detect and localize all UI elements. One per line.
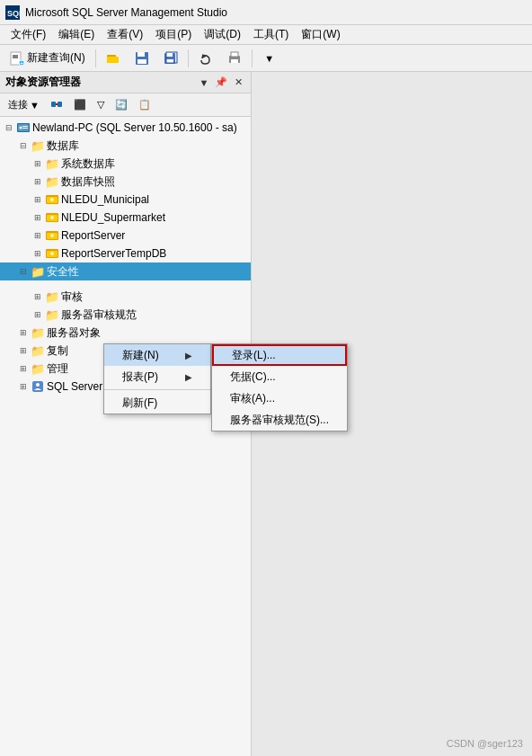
filter-icon: ▽ [97,99,104,111]
audit-label: 审核 [61,289,83,305]
menu-project[interactable]: 项目(P) [150,25,197,44]
svg-rect-20 [231,52,238,57]
menu-file[interactable]: 文件(F) [5,25,51,44]
context-menu-report-arrow: ▶ [185,372,192,382]
toolbar-undo-btn[interactable] [192,48,219,69]
svg-point-34 [50,216,54,219]
tree-nledu-municipal-node[interactable]: ⊞ NLEDU_Municipal [0,191,251,209]
security-expand-btn[interactable]: ⊟ [16,264,31,279]
tree-databases-node[interactable]: ⊟ 📁 数据库 [0,137,251,155]
reportserver-expand-btn[interactable]: ⊞ [31,228,45,243]
menu-bar: 文件(F) 编辑(E) 查看(V) 项目(P) 调试(D) 工具(T) 窗口(W… [0,25,532,45]
filter-button[interactable]: ▽ [93,96,109,114]
app-icon: SQL [5,5,20,20]
systemdb-expand-btn[interactable]: ⊞ [31,156,45,171]
expand-toolbar-icon: ▼ [262,51,277,66]
pin-button[interactable]: ▼ [197,76,211,90]
management-folder-icon: 📁 [31,361,45,376]
audit-expand-btn[interactable]: ⊞ [31,289,45,304]
submenu-server-audit-spec[interactable]: 服务器审核规范(S)... [212,409,347,431]
menu-view[interactable]: 查看(V) [102,25,148,44]
svg-point-31 [50,198,54,201]
security-folder-icon: 📁 [31,264,45,279]
submenu: 登录(L)... 凭据(C)... 审核(A)... 服务器审核规范(S)... [211,343,348,431]
connect-button[interactable]: 连接 ▼ [4,96,44,114]
server-audit-spec-label: 服务器审核规范 [61,307,137,323]
replication-label: 复制 [47,343,68,359]
context-menu-report[interactable]: 报表(P) ▶ [104,366,210,387]
reportserver-label: ReportServer [61,229,125,242]
tree-reportservertempdb-node[interactable]: ⊞ ReportServerTempDB [0,245,251,262]
databases-expand-btn[interactable]: ⊟ [16,138,31,153]
sql-agent-icon [31,379,45,394]
submenu-server-audit-spec-label: 服务器审核规范(S)... [230,413,329,428]
server-objects-expand-btn[interactable]: ⊞ [16,325,31,340]
tree-audit-node[interactable]: ⊞ 📁 审核 [0,288,251,306]
panel-toolbar: 连接 ▼ ⬛ ▽ 🔄 📋 [0,93,251,117]
server-expand-btn[interactable]: ⊟ [2,120,16,135]
context-menu: 新建(N) ▶ 报表(P) ▶ 刷新(F) [103,343,211,414]
disconnect-icon [50,98,63,112]
close-panel-button[interactable]: ✕ [231,76,245,90]
svg-rect-15 [166,59,173,63]
toolbar-print-btn[interactable] [221,48,248,69]
stop-button[interactable]: ⬛ [69,96,91,114]
reportservertempdb-icon [45,246,59,261]
new-query-button[interactable]: + 新建查询(N) [4,48,92,69]
server-icon [16,120,31,135]
tree-server-objects-node[interactable]: ⊞ 📁 服务器对象 [0,324,251,342]
context-menu-new-label: 新建(N) [122,348,159,363]
tree-nledu-supermarket-node[interactable]: ⊞ NLEDU_Supermarket [0,209,251,227]
tree-system-db-node[interactable]: ⊞ 📁 系统数据库 [0,155,251,173]
menu-tools[interactable]: 工具(T) [248,25,294,44]
security-label: 安全性 [47,264,79,280]
reportserver-icon [45,228,59,243]
title-bar: SQL Microsoft SQL Server Management Stud… [0,0,532,25]
submenu-audit[interactable]: 审核(A)... [212,387,347,409]
tree-reportserver-node[interactable]: ⊞ ReportServer [0,227,251,245]
submenu-login[interactable]: 登录(L)... [212,344,347,366]
management-expand-btn[interactable]: ⊞ [16,361,31,376]
server-audit-spec-expand-btn[interactable]: ⊞ [31,307,45,322]
undo-icon [199,51,213,66]
toolbar-save-btn[interactable] [129,48,155,69]
menu-debug[interactable]: 调试(D) [199,25,246,44]
reportservertempdb-label: ReportServerTempDB [61,247,166,260]
save-icon [135,51,149,66]
summary-button[interactable]: 📋 [134,96,155,114]
nledu-municipal-expand-btn[interactable]: ⊞ [31,192,45,207]
panel-title: 对象资源管理器 [5,75,81,90]
nledu-supermarket-expand-btn[interactable]: ⊞ [31,210,45,225]
toolbar-open-btn[interactable] [100,48,127,69]
reportservertempdb-expand-btn[interactable]: ⊞ [31,246,45,261]
context-menu-new[interactable]: 新建(N) ▶ [104,344,210,366]
svg-point-26 [20,127,22,129]
pin-icon[interactable]: 📌 [214,76,228,90]
replication-folder-icon: 📁 [31,343,45,358]
server-objects-folder-icon: 📁 [31,325,45,340]
submenu-credential[interactable]: 凭据(C)... [212,366,347,387]
replication-expand-btn[interactable]: ⊞ [16,343,31,358]
menu-window[interactable]: 窗口(W) [296,25,345,44]
context-menu-refresh[interactable]: 刷新(F) [104,392,210,414]
snapshot-expand-btn[interactable]: ⊞ [31,174,45,189]
tree-snapshot-node[interactable]: ⊞ 📁 数据库快照 [0,173,251,191]
disconnect-button[interactable] [46,96,67,114]
print-icon [227,51,242,66]
context-menu-report-label: 报表(P) [122,369,158,385]
connect-label: 连接 [8,98,28,111]
svg-point-40 [50,252,54,255]
systemdb-label: 系统数据库 [61,156,115,172]
submenu-audit-label: 审核(A)... [230,391,275,406]
tree-server-node[interactable]: ⊟ Newland-PC (SQL Server 10.50.1600 - sa… [0,119,251,137]
new-query-icon: + [10,51,24,66]
menu-edit[interactable]: 编辑(E) [53,25,100,44]
tree-security-node[interactable]: ⊟ 📁 安全性 [0,262,251,280]
refresh-button[interactable]: 🔄 [111,96,132,114]
toolbar-sep-2 [188,49,189,67]
context-menu-sep [104,389,210,390]
toolbar-arrow-down[interactable]: ▼ [256,48,283,69]
toolbar-saveall-btn[interactable] [157,48,184,69]
tree-server-audit-spec-node[interactable]: ⊞ 📁 服务器审核规范 [0,306,251,324]
sql-agent-expand-btn[interactable]: ⊞ [16,379,31,394]
